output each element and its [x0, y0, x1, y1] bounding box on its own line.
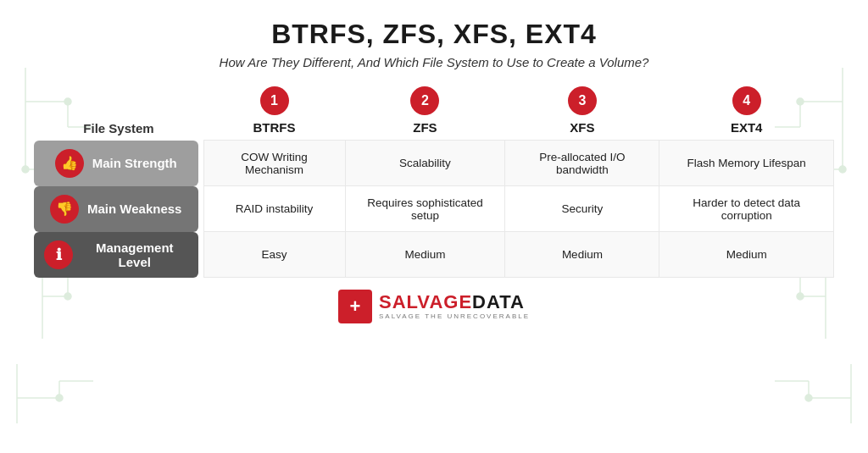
management-label: ℹ Management Level: [34, 232, 198, 278]
label-column-header: File System: [34, 86, 203, 141]
subtitle: How Are They Different, And Which File S…: [34, 55, 834, 69]
weakness-zfs: Requires sophisticated setup: [345, 186, 505, 232]
weakness-label: 👎 Main Weakness: [34, 186, 198, 232]
strength-btrfs: COW Writing Mechanism: [203, 141, 345, 186]
num-2: 2: [410, 86, 439, 115]
strength-label-cell: 👍 Main Strength: [34, 141, 203, 186]
logo-tagline: SALVAGE THE UNRECOVERABLE: [379, 313, 530, 320]
strength-label: 👍 Main Strength: [34, 141, 198, 186]
thumbs-up-icon: 👍: [55, 149, 84, 178]
comparison-table: File System 1 BTRFS 2 ZFS 3 XFS 4: [34, 86, 834, 278]
strength-zfs: Scalability: [345, 141, 505, 186]
col-header-zfs: 2 ZFS: [345, 86, 505, 141]
row-strength: 👍 Main Strength COW Writing Mechanism Sc…: [34, 141, 834, 186]
logo-salvage-text: SALVAGE: [379, 293, 472, 312]
logo: + SALVAGE DATA SALVAGE THE UNRECOVERABLE: [338, 290, 530, 323]
logo-plus-icon: +: [338, 290, 372, 323]
weakness-label-cell: 👎 Main Weakness: [34, 186, 203, 232]
weakness-ext4: Harder to detect data corruption: [659, 186, 834, 232]
svg-point-18: [56, 395, 63, 401]
weakness-btrfs: RAID instability: [203, 186, 345, 232]
fs-name-btrfs: BTRFS: [212, 120, 337, 135]
logo-data-text: DATA: [472, 293, 525, 312]
management-label-cell: ℹ Management Level: [34, 232, 203, 278]
num-3: 3: [568, 86, 597, 115]
col-header-ext4: 4 EXT4: [659, 86, 834, 141]
row-weakness: 👎 Main Weakness RAID instability Require…: [34, 186, 834, 232]
col-header-btrfs: 1 BTRFS: [203, 86, 345, 141]
fs-name-xfs: XFS: [514, 120, 651, 135]
fs-name-ext4: EXT4: [668, 120, 826, 135]
management-ext4: Medium: [659, 232, 834, 278]
strength-xfs: Pre-allocated I/O bandwidth: [505, 141, 659, 186]
num-1: 1: [260, 86, 289, 115]
col-header-xfs: 3 XFS: [505, 86, 659, 141]
management-btrfs: Easy: [203, 232, 345, 278]
num-4: 4: [732, 86, 761, 115]
weakness-xfs: Security: [505, 186, 659, 232]
fs-name-zfs: ZFS: [353, 120, 497, 135]
strength-ext4: Flash Memory Lifespan: [659, 141, 834, 186]
management-xfs: Medium: [505, 232, 659, 278]
page-title: BTRFS, ZFS, XFS, EXT4: [34, 19, 834, 50]
svg-point-38: [805, 395, 812, 401]
logo-section: + SALVAGE DATA SALVAGE THE UNRECOVERABLE: [34, 290, 834, 323]
logo-text: SALVAGE DATA SALVAGE THE UNRECOVERABLE: [379, 293, 530, 320]
management-zfs: Medium: [345, 232, 505, 278]
thumbs-down-icon: 👎: [50, 195, 79, 224]
info-icon: ℹ: [44, 240, 73, 269]
table-header: File System 1 BTRFS 2 ZFS 3 XFS 4: [34, 86, 834, 141]
row-management: ℹ Management Level Easy Medium Medium Me…: [34, 232, 834, 278]
